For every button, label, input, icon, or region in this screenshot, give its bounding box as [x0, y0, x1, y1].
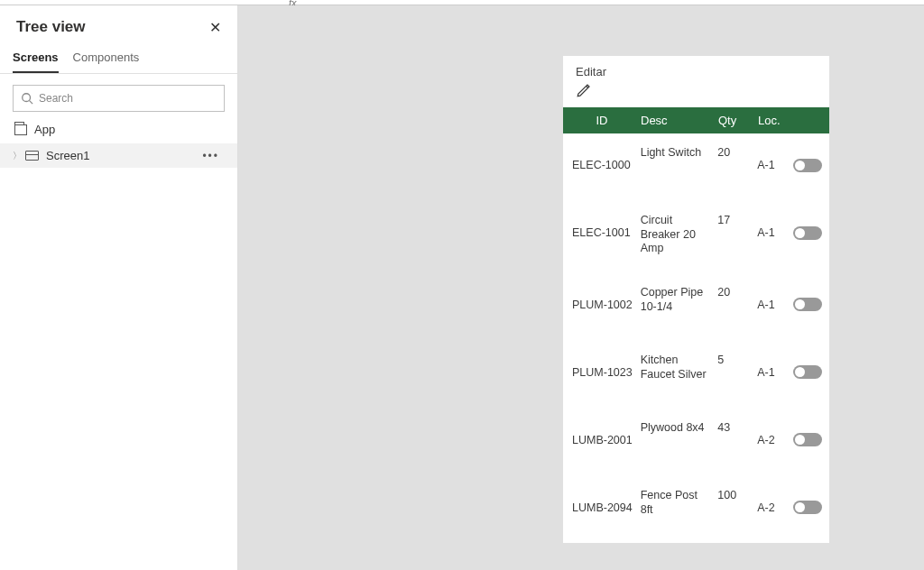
cell-loc: A-2: [757, 489, 793, 527]
cell-loc: A-1: [757, 146, 793, 184]
cell-desc: Plywood 8x4: [641, 421, 718, 436]
tab-components[interactable]: Components: [73, 45, 140, 73]
tree-view-title: Tree view: [16, 18, 86, 36]
list-item[interactable]: LUMB-2001Plywood 8x443A-2: [563, 409, 829, 476]
cell-qty: 5: [717, 354, 757, 366]
header-id: ID: [563, 114, 641, 127]
search-input-wrapper[interactable]: [13, 85, 225, 112]
cell-desc: Circuit Breaker 20 Amp: [641, 214, 718, 256]
cell-desc: Fence Post 8ft: [641, 489, 718, 517]
cell-id: PLUM-1002: [563, 286, 641, 324]
edit-label: Editar: [563, 56, 829, 82]
search-input[interactable]: [39, 92, 217, 105]
tab-screens[interactable]: Screens: [13, 45, 59, 73]
cell-qty: 20: [717, 146, 757, 159]
list-item[interactable]: LUMB-2094Fence Post 8ft100A-2: [563, 476, 829, 543]
cell-desc: Light Switch: [641, 146, 718, 161]
svg-line-1: [30, 101, 33, 105]
chevron-right-icon: 〉: [13, 150, 22, 162]
cell-qty: 17: [717, 214, 757, 226]
list-item[interactable]: ELEC-1001Circuit Breaker 20 Amp17A-1: [563, 201, 829, 273]
header-desc: Desc: [641, 114, 718, 127]
cell-id: ELEC-1001: [563, 214, 641, 252]
cell-qty: 43: [717, 421, 757, 434]
app-icon: [14, 124, 27, 135]
cell-desc: Kitchen Faucet Silver: [641, 354, 718, 382]
list-item[interactable]: ELEC-1000Light Switch20A-1: [563, 133, 829, 201]
cell-qty: 20: [717, 286, 757, 299]
screen-label: Screen1: [46, 149, 89, 162]
tree-node-app[interactable]: App: [0, 119, 237, 143]
search-icon: [21, 92, 33, 105]
tree-node-screen1[interactable]: 〉 Screen1 •••: [0, 143, 237, 168]
more-icon[interactable]: •••: [202, 150, 223, 162]
header-loc: Loc.: [758, 114, 794, 127]
cell-id: ELEC-1000: [563, 146, 641, 184]
cell-loc: A-2: [757, 421, 793, 459]
cell-id: LUMB-2001: [563, 421, 641, 459]
tree-view-panel: Tree view ✕ Screens Components App 〉 Scr…: [0, 5, 238, 570]
screen-icon: [25, 151, 39, 161]
svg-point-0: [23, 94, 31, 102]
list-header: ID Desc Qty Loc.: [563, 107, 829, 133]
canvas-area[interactable]: Editar ID Desc Qty Loc. ELEC-1000Light S…: [238, 5, 924, 570]
list-item[interactable]: PLUM-1023Kitchen Faucet Silver5A-1: [563, 341, 829, 409]
header-qty: Qty: [718, 114, 758, 127]
row-toggle[interactable]: [793, 433, 822, 446]
cell-id: LUMB-2094: [563, 489, 641, 527]
row-toggle[interactable]: [793, 298, 822, 311]
cell-loc: A-1: [757, 354, 793, 391]
row-toggle[interactable]: [793, 159, 822, 172]
svg-line-2: [587, 86, 588, 87]
cell-qty: 100: [717, 489, 757, 501]
row-toggle[interactable]: [793, 501, 822, 514]
row-toggle[interactable]: [793, 226, 822, 240]
list-item[interactable]: PLUM-1002Copper Pipe 10-1/420A-1: [563, 273, 829, 341]
list-body: ELEC-1000Light Switch20A-1ELEC-1001Circu…: [563, 133, 829, 543]
close-icon[interactable]: ✕: [209, 19, 221, 36]
app-preview: Editar ID Desc Qty Loc. ELEC-1000Light S…: [563, 56, 829, 543]
cell-loc: A-1: [757, 286, 793, 324]
cell-id: PLUM-1023: [563, 354, 641, 391]
pencil-icon[interactable]: [576, 82, 592, 98]
app-label: App: [34, 123, 55, 136]
cell-loc: A-1: [757, 214, 793, 252]
row-toggle[interactable]: [793, 365, 822, 379]
cell-desc: Copper Pipe 10-1/4: [641, 286, 718, 314]
